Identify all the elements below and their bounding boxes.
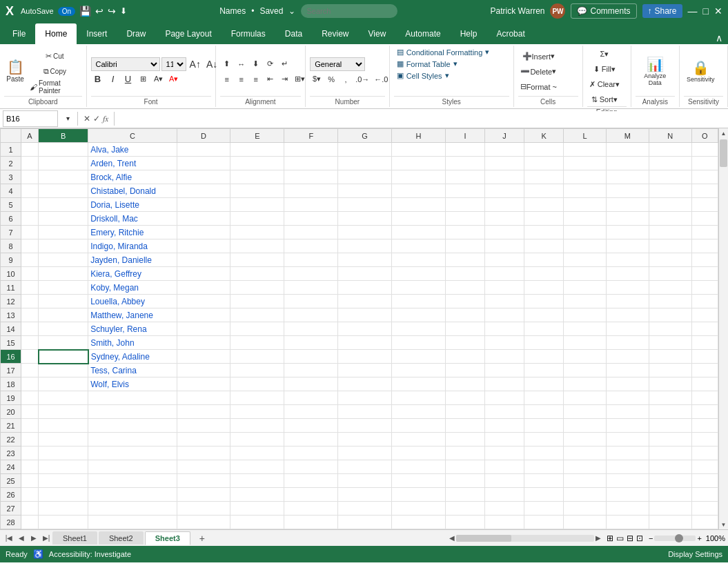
- cell-J1[interactable]: [485, 143, 524, 157]
- cell-L1[interactable]: [564, 143, 607, 157]
- cell-D7[interactable]: [177, 226, 230, 239]
- cell-N4[interactable]: [649, 184, 691, 198]
- cell-E27[interactable]: [230, 502, 284, 516]
- cell-F21[interactable]: [284, 419, 338, 433]
- cell-F27[interactable]: [284, 502, 338, 516]
- cell-D24[interactable]: [177, 460, 230, 474]
- cell-D2[interactable]: [177, 157, 230, 170]
- tab-review[interactable]: Review: [312, 23, 358, 44]
- cell-A24[interactable]: [21, 460, 39, 474]
- cell-D18[interactable]: [177, 377, 230, 391]
- sheet-tab-2[interactable]: Sheet2: [99, 531, 144, 544]
- cell-K14[interactable]: [524, 322, 564, 336]
- accessibility-text[interactable]: Accessibility: Investigate: [49, 550, 131, 558]
- display-settings-icon[interactable]: ⊞: [607, 533, 613, 543]
- user-avatar[interactable]: PW: [550, 3, 565, 19]
- cell-G26[interactable]: [338, 488, 392, 502]
- sheet-nav-first[interactable]: |◀: [3, 532, 15, 544]
- cell-K3[interactable]: [524, 170, 564, 184]
- cell-B18[interactable]: [39, 377, 88, 391]
- cell-A23[interactable]: [21, 446, 39, 460]
- cell-N17[interactable]: [649, 364, 691, 377]
- cell-F5[interactable]: [284, 198, 338, 212]
- tab-automate[interactable]: Automate: [395, 23, 450, 44]
- cell-C7[interactable]: Emery, Ritchie: [88, 226, 177, 239]
- maximize-button[interactable]: □: [703, 6, 709, 17]
- format-button[interactable]: ⊟ Format ~: [518, 80, 559, 94]
- cell-A9[interactable]: [21, 253, 39, 267]
- cell-J23[interactable]: [485, 446, 524, 460]
- cell-O2[interactable]: [691, 157, 718, 170]
- save-icon[interactable]: 💾: [79, 6, 91, 17]
- cell-F8[interactable]: [284, 239, 338, 253]
- add-sheet-button[interactable]: +: [195, 532, 210, 544]
- cell-D12[interactable]: [177, 295, 230, 308]
- tab-formulas[interactable]: Formulas: [222, 23, 275, 44]
- cell-D17[interactable]: [177, 364, 230, 377]
- cell-I26[interactable]: [445, 488, 484, 502]
- cell-E8[interactable]: [230, 239, 284, 253]
- page-layout-view-button[interactable]: ⊟: [627, 533, 633, 543]
- cell-E4[interactable]: [230, 184, 284, 198]
- cell-E15[interactable]: [230, 336, 284, 350]
- cell-A14[interactable]: [21, 322, 39, 336]
- cell-E25[interactable]: [230, 474, 284, 488]
- cell-A16[interactable]: [21, 350, 39, 364]
- cell-D23[interactable]: [177, 446, 230, 460]
- align-right-button[interactable]: ≡: [249, 72, 263, 86]
- col-header-D[interactable]: D: [177, 129, 230, 143]
- cell-I24[interactable]: [445, 460, 484, 474]
- cell-O3[interactable]: [691, 170, 718, 184]
- cell-L27[interactable]: [564, 502, 607, 516]
- cell-H14[interactable]: [392, 322, 446, 336]
- cell-D16[interactable]: [177, 350, 230, 364]
- row-header-26[interactable]: 26: [1, 488, 21, 502]
- cell-A27[interactable]: [21, 502, 39, 516]
- cell-J9[interactable]: [485, 253, 524, 267]
- cell-F6[interactable]: [284, 212, 338, 226]
- undo-icon[interactable]: ↩: [95, 6, 104, 17]
- cell-B5[interactable]: [39, 198, 88, 212]
- cell-D11[interactable]: [177, 281, 230, 295]
- cell-J8[interactable]: [485, 239, 524, 253]
- tab-view[interactable]: View: [359, 23, 396, 44]
- cell-K24[interactable]: [524, 460, 564, 474]
- cell-N14[interactable]: [649, 322, 691, 336]
- cell-J4[interactable]: [485, 184, 524, 198]
- row-header-11[interactable]: 11: [1, 281, 21, 295]
- font-color-button[interactable]: A▾: [167, 72, 181, 86]
- cell-G27[interactable]: [338, 502, 392, 516]
- cell-K27[interactable]: [524, 502, 564, 516]
- cell-J27[interactable]: [485, 502, 524, 516]
- cell-N26[interactable]: [649, 488, 691, 502]
- cell-F9[interactable]: [284, 253, 338, 267]
- cell-H28[interactable]: [392, 516, 446, 529]
- cell-K13[interactable]: [524, 308, 564, 322]
- ribbon-collapse-button[interactable]: ∧: [713, 32, 725, 44]
- cell-L5[interactable]: [564, 198, 607, 212]
- tab-page-layout[interactable]: Page Layout: [155, 23, 221, 44]
- col-header-O[interactable]: O: [691, 129, 718, 143]
- sum-button[interactable]: Σ▾: [587, 47, 622, 61]
- row-header-6[interactable]: 6: [1, 212, 21, 226]
- cell-L20[interactable]: [564, 405, 607, 419]
- cell-N23[interactable]: [649, 446, 691, 460]
- cell-K19[interactable]: [524, 391, 564, 405]
- cell-B16[interactable]: [39, 350, 88, 364]
- cell-I5[interactable]: [445, 198, 484, 212]
- cell-H27[interactable]: [392, 502, 446, 516]
- cell-C21[interactable]: [88, 419, 177, 433]
- cell-N15[interactable]: [649, 336, 691, 350]
- share-button[interactable]: ↑ Share: [642, 4, 682, 18]
- cell-K25[interactable]: [524, 474, 564, 488]
- comma-button[interactable]: ,: [339, 72, 353, 86]
- cell-B12[interactable]: [39, 295, 88, 308]
- cell-O16[interactable]: [691, 350, 718, 364]
- cell-N6[interactable]: [649, 212, 691, 226]
- cell-J12[interactable]: [485, 295, 524, 308]
- cell-D9[interactable]: [177, 253, 230, 267]
- cell-N21[interactable]: [649, 419, 691, 433]
- cell-H23[interactable]: [392, 446, 446, 460]
- cell-M4[interactable]: [606, 184, 649, 198]
- scroll-up-button[interactable]: ▲: [719, 128, 729, 138]
